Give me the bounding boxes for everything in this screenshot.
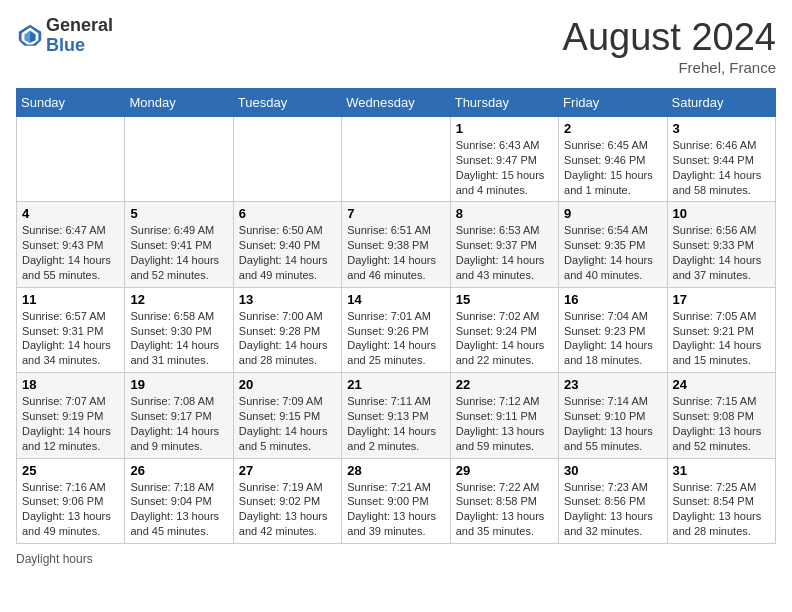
calendar-cell	[17, 117, 125, 202]
calendar-cell: 2Sunrise: 6:45 AMSunset: 9:46 PMDaylight…	[559, 117, 667, 202]
day-info: Sunrise: 7:00 AMSunset: 9:28 PMDaylight:…	[239, 309, 336, 368]
logo-icon	[16, 22, 44, 50]
day-info: Sunrise: 7:21 AMSunset: 9:00 PMDaylight:…	[347, 480, 444, 539]
day-number: 5	[130, 206, 227, 221]
calendar-week-4: 18Sunrise: 7:07 AMSunset: 9:19 PMDayligh…	[17, 373, 776, 458]
calendar-cell: 20Sunrise: 7:09 AMSunset: 9:15 PMDayligh…	[233, 373, 341, 458]
day-number: 23	[564, 377, 661, 392]
day-info: Sunrise: 7:12 AMSunset: 9:11 PMDaylight:…	[456, 394, 553, 453]
calendar-cell: 1Sunrise: 6:43 AMSunset: 9:47 PMDaylight…	[450, 117, 558, 202]
day-number: 29	[456, 463, 553, 478]
weekday-header-tuesday: Tuesday	[233, 89, 341, 117]
day-info: Sunrise: 7:16 AMSunset: 9:06 PMDaylight:…	[22, 480, 119, 539]
calendar-cell	[125, 117, 233, 202]
day-info: Sunrise: 7:14 AMSunset: 9:10 PMDaylight:…	[564, 394, 661, 453]
day-number: 20	[239, 377, 336, 392]
day-number: 4	[22, 206, 119, 221]
day-info: Sunrise: 7:25 AMSunset: 8:54 PMDaylight:…	[673, 480, 770, 539]
weekday-header-sunday: Sunday	[17, 89, 125, 117]
day-number: 24	[673, 377, 770, 392]
page-header: General Blue August 2024 Frehel, France	[16, 16, 776, 76]
calendar-cell: 30Sunrise: 7:23 AMSunset: 8:56 PMDayligh…	[559, 458, 667, 543]
calendar-cell: 6Sunrise: 6:50 AMSunset: 9:40 PMDaylight…	[233, 202, 341, 287]
day-info: Sunrise: 7:23 AMSunset: 8:56 PMDaylight:…	[564, 480, 661, 539]
day-info: Sunrise: 6:45 AMSunset: 9:46 PMDaylight:…	[564, 138, 661, 197]
calendar-week-5: 25Sunrise: 7:16 AMSunset: 9:06 PMDayligh…	[17, 458, 776, 543]
day-number: 13	[239, 292, 336, 307]
day-info: Sunrise: 6:58 AMSunset: 9:30 PMDaylight:…	[130, 309, 227, 368]
calendar-cell: 12Sunrise: 6:58 AMSunset: 9:30 PMDayligh…	[125, 287, 233, 372]
day-info: Sunrise: 7:11 AMSunset: 9:13 PMDaylight:…	[347, 394, 444, 453]
calendar-cell: 21Sunrise: 7:11 AMSunset: 9:13 PMDayligh…	[342, 373, 450, 458]
logo: General Blue	[16, 16, 113, 56]
day-number: 10	[673, 206, 770, 221]
day-number: 22	[456, 377, 553, 392]
day-info: Sunrise: 6:56 AMSunset: 9:33 PMDaylight:…	[673, 223, 770, 282]
weekday-header-saturday: Saturday	[667, 89, 775, 117]
calendar-cell: 19Sunrise: 7:08 AMSunset: 9:17 PMDayligh…	[125, 373, 233, 458]
calendar-week-2: 4Sunrise: 6:47 AMSunset: 9:43 PMDaylight…	[17, 202, 776, 287]
calendar-cell: 13Sunrise: 7:00 AMSunset: 9:28 PMDayligh…	[233, 287, 341, 372]
calendar-cell: 9Sunrise: 6:54 AMSunset: 9:35 PMDaylight…	[559, 202, 667, 287]
day-info: Sunrise: 6:57 AMSunset: 9:31 PMDaylight:…	[22, 309, 119, 368]
day-info: Sunrise: 6:49 AMSunset: 9:41 PMDaylight:…	[130, 223, 227, 282]
day-number: 7	[347, 206, 444, 221]
logo-general-text: General	[46, 16, 113, 36]
day-info: Sunrise: 6:47 AMSunset: 9:43 PMDaylight:…	[22, 223, 119, 282]
day-number: 8	[456, 206, 553, 221]
day-number: 3	[673, 121, 770, 136]
calendar-cell: 27Sunrise: 7:19 AMSunset: 9:02 PMDayligh…	[233, 458, 341, 543]
calendar-cell: 15Sunrise: 7:02 AMSunset: 9:24 PMDayligh…	[450, 287, 558, 372]
calendar-table: SundayMondayTuesdayWednesdayThursdayFrid…	[16, 88, 776, 544]
calendar-cell: 4Sunrise: 6:47 AMSunset: 9:43 PMDaylight…	[17, 202, 125, 287]
day-info: Sunrise: 6:54 AMSunset: 9:35 PMDaylight:…	[564, 223, 661, 282]
daylight-label: Daylight hours	[16, 552, 93, 566]
weekday-header-monday: Monday	[125, 89, 233, 117]
month-title: August 2024	[563, 16, 776, 59]
day-number: 18	[22, 377, 119, 392]
day-info: Sunrise: 7:02 AMSunset: 9:24 PMDaylight:…	[456, 309, 553, 368]
day-number: 12	[130, 292, 227, 307]
calendar-cell	[342, 117, 450, 202]
logo-blue-text: Blue	[46, 36, 113, 56]
day-info: Sunrise: 7:18 AMSunset: 9:04 PMDaylight:…	[130, 480, 227, 539]
day-number: 30	[564, 463, 661, 478]
day-info: Sunrise: 7:08 AMSunset: 9:17 PMDaylight:…	[130, 394, 227, 453]
calendar-cell: 25Sunrise: 7:16 AMSunset: 9:06 PMDayligh…	[17, 458, 125, 543]
day-info: Sunrise: 7:07 AMSunset: 9:19 PMDaylight:…	[22, 394, 119, 453]
calendar-cell: 11Sunrise: 6:57 AMSunset: 9:31 PMDayligh…	[17, 287, 125, 372]
day-number: 14	[347, 292, 444, 307]
day-number: 19	[130, 377, 227, 392]
day-number: 6	[239, 206, 336, 221]
weekday-header-row: SundayMondayTuesdayWednesdayThursdayFrid…	[17, 89, 776, 117]
calendar-cell: 3Sunrise: 6:46 AMSunset: 9:44 PMDaylight…	[667, 117, 775, 202]
day-info: Sunrise: 7:15 AMSunset: 9:08 PMDaylight:…	[673, 394, 770, 453]
weekday-header-thursday: Thursday	[450, 89, 558, 117]
calendar-cell: 24Sunrise: 7:15 AMSunset: 9:08 PMDayligh…	[667, 373, 775, 458]
weekday-header-friday: Friday	[559, 89, 667, 117]
day-info: Sunrise: 7:22 AMSunset: 8:58 PMDaylight:…	[456, 480, 553, 539]
day-number: 1	[456, 121, 553, 136]
location-subtitle: Frehel, France	[563, 59, 776, 76]
calendar-cell: 31Sunrise: 7:25 AMSunset: 8:54 PMDayligh…	[667, 458, 775, 543]
calendar-cell: 18Sunrise: 7:07 AMSunset: 9:19 PMDayligh…	[17, 373, 125, 458]
calendar-cell: 5Sunrise: 6:49 AMSunset: 9:41 PMDaylight…	[125, 202, 233, 287]
day-number: 16	[564, 292, 661, 307]
calendar-cell: 29Sunrise: 7:22 AMSunset: 8:58 PMDayligh…	[450, 458, 558, 543]
day-info: Sunrise: 7:04 AMSunset: 9:23 PMDaylight:…	[564, 309, 661, 368]
calendar-cell: 26Sunrise: 7:18 AMSunset: 9:04 PMDayligh…	[125, 458, 233, 543]
day-number: 25	[22, 463, 119, 478]
day-number: 26	[130, 463, 227, 478]
calendar-cell: 23Sunrise: 7:14 AMSunset: 9:10 PMDayligh…	[559, 373, 667, 458]
day-info: Sunrise: 7:09 AMSunset: 9:15 PMDaylight:…	[239, 394, 336, 453]
day-info: Sunrise: 6:51 AMSunset: 9:38 PMDaylight:…	[347, 223, 444, 282]
footer: Daylight hours	[16, 552, 776, 566]
calendar-cell: 17Sunrise: 7:05 AMSunset: 9:21 PMDayligh…	[667, 287, 775, 372]
calendar-week-1: 1Sunrise: 6:43 AMSunset: 9:47 PMDaylight…	[17, 117, 776, 202]
day-info: Sunrise: 6:53 AMSunset: 9:37 PMDaylight:…	[456, 223, 553, 282]
calendar-cell: 10Sunrise: 6:56 AMSunset: 9:33 PMDayligh…	[667, 202, 775, 287]
day-number: 11	[22, 292, 119, 307]
day-number: 31	[673, 463, 770, 478]
day-info: Sunrise: 6:50 AMSunset: 9:40 PMDaylight:…	[239, 223, 336, 282]
title-area: August 2024 Frehel, France	[563, 16, 776, 76]
